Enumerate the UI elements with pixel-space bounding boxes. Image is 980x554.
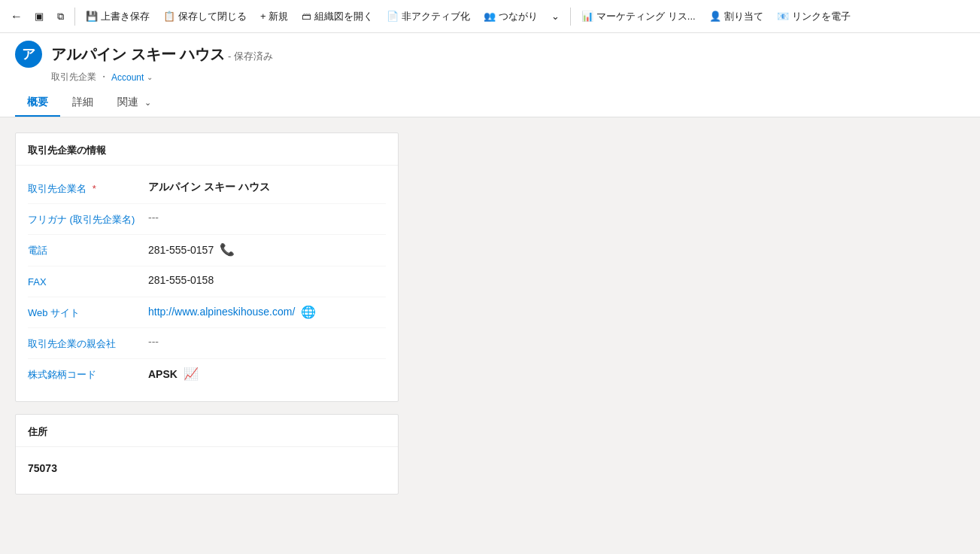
- tab-details[interactable]: 詳細: [60, 90, 105, 117]
- field-phone-label: 電話: [28, 242, 148, 257]
- connections-button[interactable]: 👥 つながり: [478, 5, 544, 28]
- record-subtitle: 取引先企業 ・ Account ⌄: [51, 71, 965, 84]
- page-icon-button[interactable]: ▣: [29, 6, 50, 26]
- field-ticker-value[interactable]: APSK 📈: [148, 367, 386, 381]
- field-parent-account: 取引先企業の親会社 ---: [28, 328, 386, 359]
- required-marker: *: [93, 183, 96, 194]
- connections-icon: 👥: [484, 11, 496, 22]
- field-furigana-label: フリガナ (取引先企業名): [28, 212, 148, 227]
- field-website: Web サイト http://www.alpineskihouse.com/ 🌐: [28, 297, 386, 328]
- page-icon: ▣: [35, 11, 44, 22]
- field-parent-account-value[interactable]: ---: [148, 336, 386, 348]
- tabs: 概要 詳細 関連 ⌄: [15, 90, 965, 117]
- address-card: 住所 75073: [15, 414, 399, 495]
- field-ticker-label: 株式銘柄コード: [28, 367, 148, 382]
- field-phone-value[interactable]: 281-555-0157 📞: [148, 242, 386, 257]
- link-icon: 📧: [777, 11, 789, 22]
- field-parent-account-label: 取引先企業の親会社: [28, 336, 148, 351]
- field-fax-value[interactable]: 281-555-0158: [148, 274, 386, 286]
- field-furigana-value[interactable]: ---: [148, 212, 386, 224]
- globe-icon[interactable]: 🌐: [301, 305, 316, 319]
- avatar: ア: [15, 41, 42, 68]
- org-chart-icon: 🗃: [302, 11, 311, 22]
- field-ticker: 株式銘柄コード APSK 📈: [28, 359, 386, 389]
- toolbar: ← ▣ ⧉ 💾 上書き保存 📋 保存して閉じる + 新規 🗃 組織図を開く 📄 …: [0, 0, 980, 33]
- separator-1: [74, 8, 75, 26]
- marketing-icon: 📊: [581, 11, 593, 22]
- related-chevron-icon: ⌄: [144, 98, 151, 107]
- tab-related[interactable]: 関連 ⌄: [105, 90, 163, 117]
- deactivate-icon: 📄: [387, 11, 399, 22]
- field-account-name-value[interactable]: アルパイン スキー ハウス: [148, 181, 386, 194]
- link-button[interactable]: 📧 リンクを電子: [771, 5, 857, 28]
- restore-button[interactable]: ⧉: [51, 6, 70, 27]
- phone-icon[interactable]: 📞: [220, 242, 235, 257]
- subtitle-chevron-icon[interactable]: ⌄: [147, 73, 153, 81]
- record-header: ア アルパイン スキー ハウス - 保存済み 取引先企業 ・ Account ⌄…: [0, 33, 980, 117]
- tab-overview[interactable]: 概要: [15, 90, 60, 117]
- deactivate-button[interactable]: 📄 非アクティブ化: [381, 5, 476, 28]
- back-icon: ←: [11, 10, 23, 23]
- record-saved-status: - 保存済み: [228, 50, 273, 62]
- field-account-name: 取引先企業名 * アルパイン スキー ハウス: [28, 173, 386, 204]
- field-phone: 電話 281-555-0157 📞: [28, 235, 386, 266]
- address-card-title: 住所: [16, 415, 398, 447]
- address-card-body: 75073: [16, 447, 398, 494]
- subtitle-separator: ・: [99, 71, 108, 84]
- main-content: 取引先企業の情報 取引先企業名 * アルパイン スキー ハウス フリガナ (取引…: [0, 117, 980, 522]
- assign-button[interactable]: 👤 割り当て: [703, 5, 769, 28]
- separator-2: [570, 8, 571, 26]
- assign-icon: 👤: [709, 11, 721, 22]
- account-info-card-body: 取引先企業名 * アルパイン スキー ハウス フリガナ (取引先企業名) ---…: [16, 166, 398, 401]
- chevron-down-icon: ⌄: [551, 11, 560, 22]
- back-button[interactable]: ←: [6, 5, 27, 28]
- field-account-name-label: 取引先企業名 *: [28, 181, 148, 196]
- field-website-value[interactable]: http://www.alpineskihouse.com/ 🌐: [148, 305, 386, 319]
- save-close-icon: 📋: [163, 11, 175, 22]
- stock-chart-icon[interactable]: 📈: [184, 367, 199, 381]
- save-button[interactable]: 💾 上書き保存: [80, 5, 156, 28]
- field-fax: FAX 281-555-0158: [28, 266, 386, 297]
- connections-chevron-button[interactable]: ⌄: [545, 6, 566, 26]
- record-type-link[interactable]: Account: [111, 72, 144, 83]
- field-postal-code-value[interactable]: 75073: [28, 462, 386, 474]
- record-type-label: 取引先企業: [51, 71, 96, 84]
- new-button[interactable]: + 新規: [254, 5, 294, 28]
- account-info-card: 取引先企業の情報 取引先企業名 * アルパイン スキー ハウス フリガナ (取引…: [15, 132, 399, 402]
- restore-icon: ⧉: [57, 11, 64, 23]
- marketing-button[interactable]: 📊 マーケティング リス...: [575, 5, 701, 28]
- field-fax-label: FAX: [28, 274, 148, 289]
- record-title-row: ア アルパイン スキー ハウス - 保存済み: [15, 41, 965, 68]
- field-website-label: Web サイト: [28, 305, 148, 320]
- org-chart-button[interactable]: 🗃 組織図を開く: [296, 5, 379, 28]
- account-info-card-title: 取引先企業の情報: [16, 133, 398, 166]
- record-title-group: アルパイン スキー ハウス - 保存済み: [51, 44, 273, 65]
- field-postal-code: 75073: [28, 455, 386, 482]
- field-furigana: フリガナ (取引先企業名) ---: [28, 204, 386, 235]
- save-icon: 💾: [86, 11, 98, 22]
- save-close-button[interactable]: 📋 保存して閉じる: [157, 5, 253, 28]
- record-title: アルパイン スキー ハウス: [51, 46, 225, 62]
